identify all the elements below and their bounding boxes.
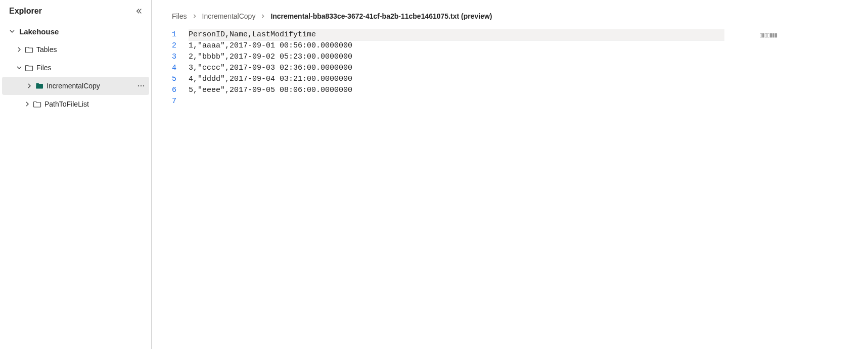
line-number: 1	[172, 29, 176, 40]
folder-icon	[25, 64, 33, 72]
tree-item-label: Files	[36, 64, 52, 72]
chevron-double-left-icon	[135, 8, 143, 15]
line-number: 2	[172, 40, 176, 52]
compare-icon[interactable]: ▯▮▯▯▮▮▮	[759, 29, 777, 40]
tree-item-label: PathToFileList	[44, 100, 89, 108]
code-line[interactable]: 1,"aaaa",2017-09-01 00:56:00.0000000	[189, 40, 724, 52]
more-horizontal-icon	[137, 82, 145, 90]
chevron-right-icon	[25, 82, 33, 90]
tree-item-label: IncrementalCopy	[47, 82, 100, 90]
file-preview-editor: 1234567 PersonID,Name,LastModifytime1,"a…	[172, 29, 868, 107]
tree-item-files[interactable]: Files	[0, 59, 151, 77]
tree-item-incrementalcopy[interactable]: IncrementalCopy	[2, 77, 149, 95]
more-actions-button[interactable]	[135, 80, 147, 92]
line-number: 4	[172, 63, 176, 74]
svg-point-2	[143, 85, 144, 86]
folder-filled-icon	[35, 82, 43, 90]
svg-point-0	[138, 85, 139, 86]
chevron-right-icon	[192, 14, 197, 19]
chevron-down-icon	[8, 27, 16, 35]
tree-item-label: Lakehouse	[19, 27, 59, 36]
folder-icon	[25, 45, 33, 54]
sidebar-header: Explorer	[0, 6, 151, 22]
breadcrumb-item-current: Incremental-bba833ce-3672-41cf-ba2b-11cb…	[270, 12, 492, 20]
code-line[interactable]: 2,"bbbb",2017-09-02 05:23:00.0000000	[189, 52, 724, 63]
tree-item-pathtofilelist[interactable]: PathToFileList	[0, 95, 151, 113]
tree-item-tables[interactable]: Tables	[0, 40, 151, 59]
breadcrumb: Files IncrementalCopy Incremental-bba833…	[172, 5, 868, 29]
file-content: PersonID,Name,LastModifytime1,"aaaa",201…	[189, 29, 724, 107]
line-number-gutter: 1234567	[172, 29, 189, 107]
tree-item-label: Tables	[36, 45, 57, 54]
breadcrumb-item-files[interactable]: Files	[172, 12, 187, 20]
sidebar-title: Explorer	[9, 7, 42, 16]
chevron-right-icon	[15, 45, 23, 54]
folder-icon	[33, 100, 41, 108]
code-line[interactable]: 3,"cccc",2017-09-03 02:36:00.0000000	[189, 63, 724, 74]
chevron-right-icon	[260, 14, 265, 19]
line-number: 5	[172, 74, 176, 85]
explorer-sidebar: Explorer Lakehouse Tables	[0, 0, 152, 349]
line-number: 7	[172, 96, 176, 107]
collapse-sidebar-button[interactable]	[134, 6, 144, 16]
line-number: 3	[172, 52, 176, 63]
breadcrumb-item-incrementalcopy[interactable]: IncrementalCopy	[202, 12, 256, 20]
chevron-down-icon	[15, 64, 23, 72]
explorer-tree: Lakehouse Tables Files	[0, 22, 151, 113]
main-content: Files IncrementalCopy Incremental-bba833…	[152, 0, 868, 349]
code-line[interactable]: PersonID,Name,LastModifytime	[189, 29, 724, 40]
code-line[interactable]: 4,"dddd",2017-09-04 03:21:00.0000000	[189, 74, 724, 85]
line-number: 6	[172, 85, 176, 96]
chevron-right-icon	[23, 100, 31, 108]
svg-point-1	[141, 85, 142, 86]
code-line[interactable]: 5,"eeee",2017-09-05 08:06:00.0000000	[189, 85, 724, 96]
code-line[interactable]	[189, 96, 724, 107]
tree-item-lakehouse[interactable]: Lakehouse	[0, 22, 151, 40]
